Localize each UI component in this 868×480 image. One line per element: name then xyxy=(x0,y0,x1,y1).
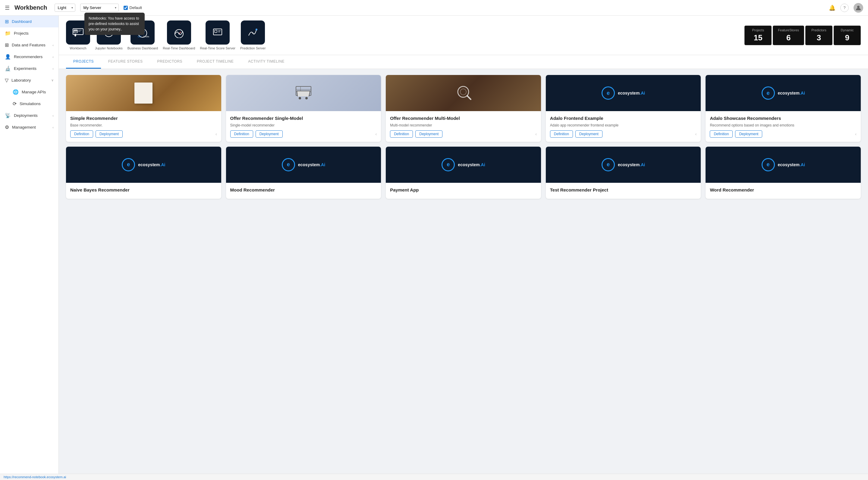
scroll-indicator-adalo-showcase: ‹ xyxy=(855,132,857,136)
deployment-btn-offer-single[interactable]: Deployment xyxy=(255,130,283,138)
project-card-offer-multi[interactable]: Offer Recommender Multi-Model Multi-mode… xyxy=(386,75,541,142)
project-card-mood[interactable]: e ecosystem.Ai Mood Recommender xyxy=(226,147,381,199)
stat-value-projects: 15 xyxy=(749,33,767,42)
sidebar-label-deployments: Deployments xyxy=(14,113,38,118)
eco-text-naive-bayes: ecosystem.Ai xyxy=(138,162,165,167)
tab-predictors[interactable]: PREDICTORS xyxy=(150,55,190,69)
tab-project-timeline[interactable]: PROJECT TIMELINE xyxy=(190,55,241,69)
help-button[interactable]: ? xyxy=(840,4,849,12)
card-body-word-recommender: Word Recommender xyxy=(706,183,861,199)
eco-logo-adalo-showcase: e ecosystem.Ai xyxy=(762,87,805,100)
deployment-btn-adalo-showcase[interactable]: Deployment xyxy=(735,130,762,138)
eco-circle-adalo-showcase: e xyxy=(762,87,775,100)
eco-logo-word-recommender: e ecosystem.Ai xyxy=(762,158,805,171)
sidebar-item-manage-apis[interactable]: 🌐 Manage APIs xyxy=(0,86,59,98)
main-content: Workbench Jupyter Notebooks xyxy=(59,16,868,474)
card-title-offer-single: Offer Recommender Single-Model xyxy=(230,115,377,122)
definition-btn-adalo-frontend[interactable]: Definition xyxy=(550,130,573,138)
definition-btn-offer-single[interactable]: Definition xyxy=(230,130,253,138)
default-checkbox[interactable] xyxy=(124,6,128,10)
project-card-simple-recommender[interactable]: Simple Recommender Base recommender. Def… xyxy=(66,75,221,142)
app-title: Workbench xyxy=(14,4,47,11)
card-image-offer-multi xyxy=(386,75,541,111)
server-select-wrapper[interactable]: My Server Remote Server ▾ xyxy=(80,4,119,12)
svg-point-27 xyxy=(299,97,301,99)
sidebar-item-projects[interactable]: 📁 Projects xyxy=(0,27,59,39)
card-title-offer-multi: Offer Recommender Multi-Model xyxy=(390,115,537,122)
card-body-adalo-frontend: Adalo Frontend Example Adalo app recomme… xyxy=(546,111,701,142)
eco-logo-adalo-frontend: e ecosystem.Ai xyxy=(601,87,645,100)
tab-activity-timeline[interactable]: ACTIVITY TIMELINE xyxy=(241,55,292,69)
sidebar-item-management[interactable]: ⚙ Management ‹ xyxy=(0,122,59,133)
sidebar-item-dashboard[interactable]: ⊞ Dashboard xyxy=(0,16,59,27)
deployment-btn-offer-multi[interactable]: Deployment xyxy=(415,130,442,138)
card-image-offer-single xyxy=(226,75,381,111)
card-image-test-recommender: e ecosystem.Ai xyxy=(546,147,701,183)
stat-card-projects: Projects 15 xyxy=(744,26,772,45)
project-card-naive-bayes[interactable]: e ecosystem.Ai Naive Bayes Recommender xyxy=(66,147,221,199)
card-title-word-recommender: Word Recommender xyxy=(710,187,857,193)
card-image-naive-bayes: e ecosystem.Ai xyxy=(66,147,221,183)
ql-prediction-server[interactable]: Prediction Server xyxy=(240,21,266,50)
card-body-mood: Mood Recommender xyxy=(226,183,381,199)
deployment-btn-adalo-frontend[interactable]: Deployment xyxy=(575,130,602,138)
project-card-word-recommender[interactable]: e ecosystem.Ai Word Recommender xyxy=(706,147,861,199)
project-card-test-recommender[interactable]: e ecosystem.Ai Test Recommender Project xyxy=(546,147,701,199)
sidebar-item-experiments[interactable]: 🔬 Experiments ‹ xyxy=(0,63,59,74)
sidebar-item-deployments[interactable]: 📡 Deployments ‹ xyxy=(0,110,59,122)
notification-button[interactable]: 🔔 xyxy=(829,4,835,11)
recommenders-icon: 👤 xyxy=(5,54,11,60)
sidebar-label-dashboard: Dashboard xyxy=(12,19,32,24)
deployment-btn-simple-recommender[interactable]: Deployment xyxy=(96,130,123,138)
sidebar-label-recommenders: Recommenders xyxy=(14,55,42,59)
ql-score-server[interactable]: Real-Time Score Server xyxy=(200,21,236,50)
card-actions-adalo-showcase: Definition Deployment xyxy=(710,130,762,138)
stat-card-predictors: Predictors 3 xyxy=(805,26,832,45)
definition-btn-simple-recommender[interactable]: Definition xyxy=(70,130,93,138)
cart-graphic xyxy=(294,85,313,101)
menu-icon[interactable]: ☰ xyxy=(5,4,10,11)
stat-value-dynamic: 9 xyxy=(839,33,856,42)
svg-point-23 xyxy=(252,33,253,34)
sidebar-item-simulations[interactable]: ⟳ Simulations xyxy=(0,98,59,110)
sidebar-item-laboratory[interactable]: ▽ Laboratory ∨ xyxy=(0,74,59,86)
experiments-icon: 🔬 xyxy=(5,66,11,71)
project-card-offer-single[interactable]: Offer Recommender Single-Model Single-mo… xyxy=(226,75,381,142)
ql-prediction-server-box xyxy=(241,21,265,44)
svg-point-30 xyxy=(460,89,466,95)
svg-rect-6 xyxy=(75,36,76,36)
sidebar-item-data-features[interactable]: ⊞ Data and Features ‹ xyxy=(0,39,59,51)
ql-workbench-label: Workbench xyxy=(70,46,86,50)
card-desc-adalo-frontend: Adalo app recommender frontend example xyxy=(550,123,697,127)
tab-feature-stores[interactable]: FEATURE STORES xyxy=(101,55,150,69)
svg-rect-18 xyxy=(215,30,217,33)
server-select[interactable]: My Server Remote Server xyxy=(80,4,119,12)
project-card-adalo-frontend[interactable]: e ecosystem.Ai Adalo Frontend Example Ad… xyxy=(546,75,701,142)
eco-circle-mood: e xyxy=(282,158,295,171)
card-image-simple-recommender xyxy=(66,75,221,111)
sidebar-label-data-features: Data and Features xyxy=(12,43,45,47)
quick-launch-bar: Workbench Jupyter Notebooks xyxy=(59,16,868,55)
card-image-adalo-showcase: e ecosystem.Ai xyxy=(706,75,861,111)
deployments-icon: 📡 xyxy=(5,113,11,118)
manage-apis-icon: 🌐 xyxy=(13,89,19,95)
project-card-payment[interactable]: e ecosystem.Ai Payment App xyxy=(386,147,541,199)
definition-btn-offer-multi[interactable]: Definition xyxy=(390,130,413,138)
definition-btn-adalo-showcase[interactable]: Definition xyxy=(710,130,733,138)
project-card-adalo-showcase[interactable]: e ecosystem.Ai Adalo Showcase Recommende… xyxy=(706,75,861,142)
sidebar-label-manage-apis: Manage APIs xyxy=(22,90,46,94)
magnify-graphic xyxy=(454,84,472,102)
theme-select-wrapper[interactable]: Light Dark ▾ xyxy=(55,4,75,12)
statusbar-url: https://recommend-notebook.ecosystem.ai xyxy=(4,475,66,479)
theme-select[interactable]: Light Dark xyxy=(55,4,75,12)
sidebar-item-recommenders[interactable]: 👤 Recommenders ‹ xyxy=(0,51,59,63)
default-checkbox-label[interactable]: Default xyxy=(124,5,142,10)
card-image-mood: e ecosystem.Ai xyxy=(226,147,381,183)
card-title-payment: Payment App xyxy=(390,187,537,193)
ql-realtime-dashboard[interactable]: Real-Time Dashboard xyxy=(163,21,195,50)
avatar[interactable] xyxy=(854,3,863,13)
data-features-icon: ⊞ xyxy=(5,42,9,48)
eco-logo-naive-bayes: e ecosystem.Ai xyxy=(122,158,165,171)
tab-projects[interactable]: PROJECTS xyxy=(66,55,101,69)
eco-text-adalo-frontend: ecosystem.Ai xyxy=(618,91,645,96)
